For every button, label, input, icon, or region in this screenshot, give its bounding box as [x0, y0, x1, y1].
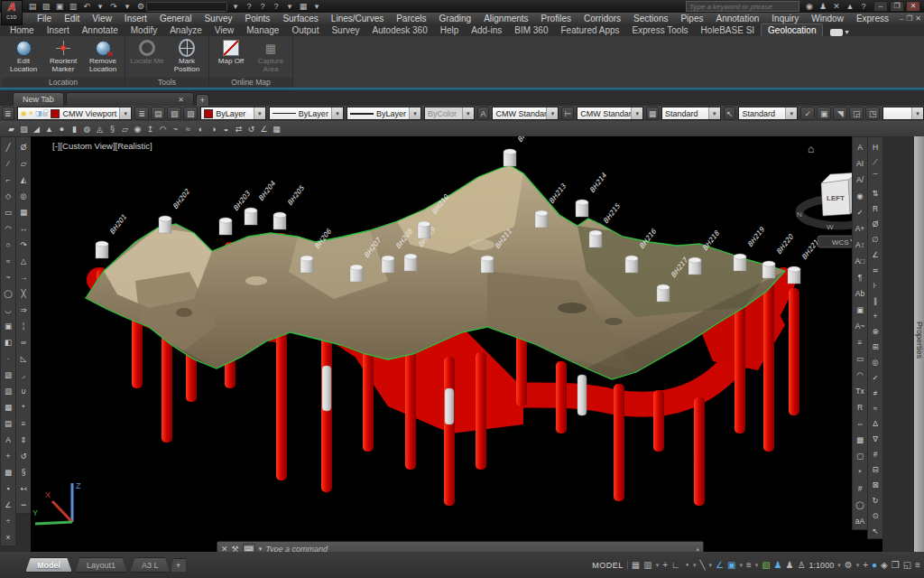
ortho-mode-icon[interactable]: ∟ — [671, 558, 680, 573]
save-icon[interactable]: ▣ — [54, 2, 65, 11]
undo-icon[interactable]: ↶ — [81, 2, 92, 11]
intersect-icon[interactable]: ◒ — [220, 123, 232, 135]
gradient-icon[interactable]: ▥ — [2, 383, 14, 399]
line-icon[interactable]: ╱ — [2, 139, 14, 155]
3d-align-icon[interactable]: ∠ — [258, 123, 270, 135]
tolerance-icon[interactable]: ⊞ — [869, 339, 882, 354]
borehole-marker[interactable]: BH221 — [788, 238, 820, 284]
hardware-accel-icon[interactable]: ● — [872, 558, 877, 573]
workspace-dropdown[interactable]: ▾ — [856, 558, 860, 573]
rectangle-icon[interactable]: ▭ — [2, 204, 14, 220]
background-mask-icon[interactable]: ▣ — [854, 302, 866, 318]
layer-freeze-icon[interactable]: ▨ — [183, 107, 198, 120]
lineweight-icon[interactable]: ≡ — [746, 558, 752, 573]
mleader-style-dropdown[interactable]: Standard▾ — [738, 107, 798, 120]
infocenter-dropdown[interactable]: ▾ — [284, 2, 295, 11]
pyramid-icon[interactable]: ◬ — [94, 123, 106, 135]
spiral-icon[interactable]: § — [106, 123, 118, 135]
file-tab-current-drawing[interactable]: ✕ — [66, 92, 194, 106]
tab-model[interactable]: Model — [25, 557, 72, 573]
dim-text-edit-icon[interactable]: Δ — [869, 415, 882, 431]
ribbon-display-toggle[interactable]: ▾ — [830, 28, 848, 36]
auto-number-icon[interactable]: # — [854, 480, 866, 497]
polysolid-icon[interactable]: ▰ — [5, 123, 17, 135]
sweep-icon[interactable]: ~ — [170, 123, 181, 135]
ribbon-tab[interactable]: Geolocation — [761, 23, 823, 36]
ungroup-icon[interactable]: ▪ — [2, 480, 14, 497]
torus-icon[interactable]: ◍ — [81, 123, 93, 135]
visual-style-menu[interactable]: [Realistic] — [116, 141, 152, 151]
viewcube-home-icon[interactable]: ⌂ — [808, 143, 814, 155]
dim-style-icon[interactable]: # — [869, 446, 882, 461]
command-line[interactable]: ✕ ⚒ ⌨ ▾ Type a command ▴ — [217, 541, 704, 552]
undo-dropdown[interactable]: ▾ — [95, 2, 106, 11]
table-style-icon[interactable]: ▦ — [646, 107, 659, 120]
layer-properties-icon[interactable]: ≣ — [134, 107, 149, 120]
join-icon[interactable]: ∞ — [17, 334, 30, 350]
id-point-icon[interactable]: × — [2, 529, 14, 545]
baseline-icon[interactable]: ⊦ — [869, 277, 882, 293]
viewport-canvas[interactable]: BH201BH202BH203BH204BH205BH206BH207BH208… — [31, 136, 882, 552]
revolve-icon[interactable]: ◠ — [157, 123, 169, 135]
model-space-toggle[interactable]: MODEL — [592, 561, 628, 570]
polar-tracking-icon[interactable]: ◔ — [684, 558, 689, 573]
recent-commands-icon[interactable]: ⌨ — [243, 544, 255, 553]
ribbon-tab[interactable]: Modify — [125, 24, 163, 36]
text-mask-icon[interactable]: ▩ — [854, 432, 866, 448]
extend-icon[interactable]: ⇒ — [17, 302, 30, 318]
osnap-tracking-icon[interactable]: ∠ — [716, 558, 724, 573]
ribbon-tab[interactable]: Featured Apps — [554, 24, 625, 36]
workspace-gear-icon[interactable]: ⚙ — [135, 2, 146, 11]
dim-space-icon[interactable]: + — [869, 308, 882, 323]
remote-text-icon[interactable]: R — [854, 399, 866, 415]
annotation-scale-value[interactable]: 1:1000 — [809, 558, 835, 573]
aligned-dim-icon[interactable]: ⟋ — [869, 154, 882, 170]
layer-isolate-icon[interactable]: ▧ — [167, 107, 181, 120]
dim-rotate-icon[interactable]: ↻ — [869, 492, 882, 508]
align-icon[interactable]: ≡ — [17, 415, 30, 432]
ribbon-tab[interactable]: Survey — [325, 24, 365, 36]
tab-layout1[interactable]: Layout1 — [75, 557, 127, 573]
application-menu-button[interactable]: A C3D — [1, 0, 23, 25]
diameter-icon[interactable]: ∅ — [869, 231, 882, 247]
ribbon-tab[interactable]: Manage — [240, 24, 285, 36]
text-style-icon[interactable]: A — [477, 107, 490, 120]
array-icon[interactable]: ▦ — [17, 204, 30, 220]
infocenter-help-icon-2[interactable]: ? — [257, 2, 268, 11]
ribbon-tab[interactable]: Output — [285, 24, 325, 36]
explode-icon[interactable]: * — [17, 399, 30, 415]
convert-text-icon[interactable]: Ab — [854, 285, 866, 302]
quick-properties-icon[interactable]: ❐ — [892, 558, 900, 573]
previous-layer-icon[interactable]: ◥ — [833, 107, 847, 120]
polyline-icon[interactable]: ⌐ — [2, 172, 14, 188]
new-layout-button[interactable]: + — [171, 558, 187, 573]
grid-snap-icon[interactable]: ▦ — [632, 558, 640, 573]
inspection-icon[interactable]: ✓ — [869, 369, 882, 385]
isometric-drafting-icon[interactable]: ╲ — [699, 558, 705, 573]
text-style-icon[interactable]: A+ — [854, 220, 866, 237]
ellipse-arc-icon[interactable]: ◡ — [2, 302, 14, 318]
ribbon-tab[interactable]: Insert — [41, 24, 76, 36]
erase-icon[interactable]: Ø — [17, 139, 30, 155]
customization-plus-icon[interactable]: + — [863, 558, 868, 573]
region-icon[interactable]: ▦ — [2, 399, 14, 415]
box-icon[interactable]: ▧ — [18, 123, 30, 135]
command-resize-grip[interactable]: ▴ — [696, 545, 699, 553]
workspace-gear-icon[interactable]: ⚙ — [845, 558, 853, 573]
justify-text-icon[interactable]: A□ — [854, 253, 866, 269]
insert-block-icon[interactable]: ▣ — [2, 318, 14, 334]
3d-rotate-icon[interactable]: ↺ — [17, 448, 30, 464]
restore-button[interactable]: ❐ — [890, 1, 904, 12]
command-customize-icon[interactable]: ⚒ — [232, 545, 239, 553]
extrude-icon[interactable]: ↥ — [144, 123, 156, 135]
text-fit-icon[interactable]: ⇔ — [854, 415, 866, 432]
3d-move-icon[interactable]: ⇄ — [233, 123, 245, 135]
arc-text-icon[interactable]: ◠ — [854, 367, 866, 383]
layer-states-icon[interactable]: ▤ — [151, 107, 165, 120]
hatch-icon[interactable]: ▨ — [2, 367, 14, 383]
mark-position-button[interactable]: Mark Position — [168, 38, 206, 78]
oblique-text-icon[interactable]: A~ — [854, 318, 866, 334]
ribbon-tab[interactable]: Home — [4, 24, 41, 36]
match-layer-icon[interactable]: ▣ — [817, 107, 831, 120]
redo-icon[interactable]: ↷ — [108, 2, 119, 11]
